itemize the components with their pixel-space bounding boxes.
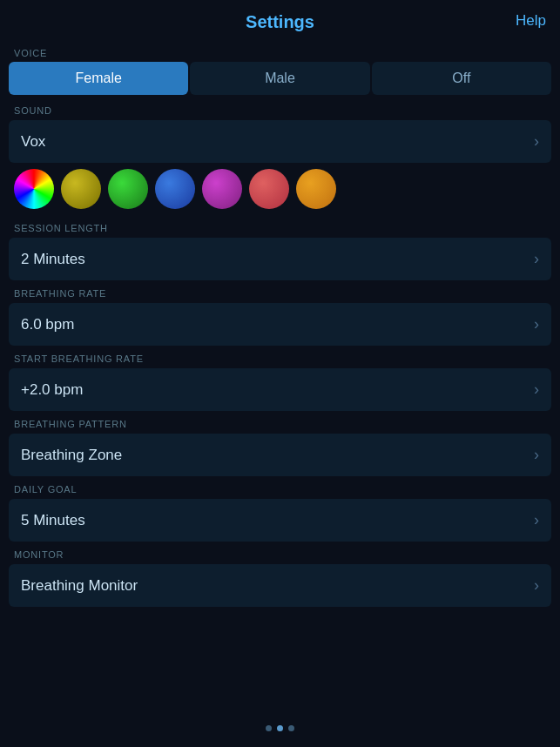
breathing-pattern-chevron-icon: ›	[534, 446, 539, 464]
voice-selector: Female Male Off	[9, 62, 551, 95]
sound-value: Vox	[21, 133, 45, 151]
sound-section-label: SOUND	[0, 98, 560, 119]
monitor-chevron-icon: ›	[534, 576, 539, 595]
color-swatches	[0, 164, 560, 216]
voice-female-button[interactable]: Female	[9, 62, 188, 95]
session-length-row[interactable]: 2 Minutes ›	[9, 238, 551, 280]
session-length-value: 2 Minutes	[21, 251, 85, 268]
daily-goal-chevron-icon: ›	[534, 511, 539, 529]
daily-goal-row[interactable]: 5 Minutes ›	[9, 499, 551, 542]
monitor-value: Breathing Monitor	[21, 577, 138, 595]
start-breathing-rate-chevron-icon: ›	[534, 380, 539, 399]
page-title: Settings	[246, 12, 314, 32]
header: Settings Help	[0, 0, 560, 41]
swatch-olive[interactable]	[61, 169, 101, 209]
daily-goal-value: 5 Minutes	[21, 512, 85, 529]
voice-male-button[interactable]: Male	[190, 62, 369, 95]
page-dots	[0, 725, 560, 731]
sound-chevron-icon: ›	[534, 132, 539, 151]
breathing-rate-label: BREATHING RATE	[0, 281, 560, 302]
breathing-pattern-row[interactable]: Breathing Zone ›	[9, 434, 551, 476]
swatch-purple[interactable]	[202, 169, 242, 209]
swatch-green[interactable]	[108, 169, 148, 209]
breathing-rate-row[interactable]: 6.0 bpm ›	[9, 303, 551, 346]
breathing-pattern-value: Breathing Zone	[21, 447, 122, 464]
session-length-label: SESSION LENGTH	[0, 216, 560, 237]
swatch-pink[interactable]	[249, 169, 289, 209]
breathing-rate-chevron-icon: ›	[534, 315, 539, 333]
session-length-chevron-icon: ›	[534, 250, 539, 268]
page-dot-2	[277, 725, 283, 731]
breathing-pattern-label: BREATHING PATTERN	[0, 412, 560, 433]
voice-off-button[interactable]: Off	[372, 62, 551, 95]
page-dot-3	[288, 725, 294, 731]
start-breathing-rate-value: +2.0 bpm	[21, 381, 83, 399]
sound-row[interactable]: Vox ›	[9, 120, 551, 163]
swatch-rainbow[interactable]	[14, 169, 54, 209]
start-breathing-rate-label: START BREATHING RATE	[0, 347, 560, 367]
monitor-row[interactable]: Breathing Monitor ›	[9, 564, 551, 607]
start-breathing-rate-row[interactable]: +2.0 bpm ›	[9, 368, 551, 411]
page-dot-1	[266, 725, 272, 731]
swatch-orange[interactable]	[296, 169, 336, 209]
voice-section-label: VOICE	[0, 41, 560, 62]
swatch-blue[interactable]	[155, 169, 195, 209]
monitor-label: MONITOR	[0, 542, 560, 563]
daily-goal-label: DAILY GOAL	[0, 477, 560, 498]
breathing-rate-value: 6.0 bpm	[21, 316, 74, 333]
help-button[interactable]: Help	[516, 12, 546, 30]
